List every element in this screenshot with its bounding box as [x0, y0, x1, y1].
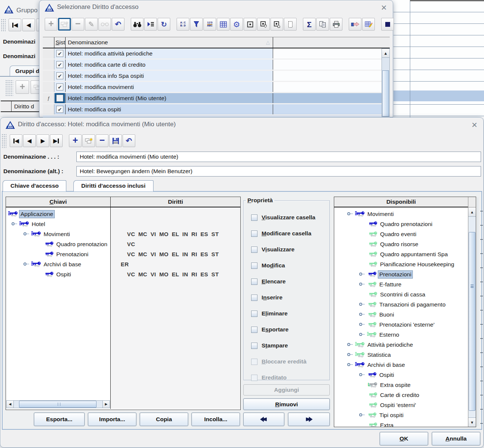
importa-button[interactable]: Importa...: [88, 413, 136, 426]
tree-item[interactable]: Scontrini di cassa: [334, 289, 468, 299]
property-checkbox-row[interactable]: Ereditato: [251, 374, 329, 381]
column-header-denominazione[interactable]: Denominazione △: [66, 37, 273, 48]
dialog-titlebar[interactable]: ASA Selezionare Diritto d'accesso ×: [39, 0, 393, 15]
denominazione-alt-input[interactable]: [76, 166, 481, 177]
scrollbar-thumb[interactable]: [19, 401, 97, 408]
expander-icon[interactable]: [359, 301, 367, 308]
expander-icon[interactable]: [359, 372, 367, 378]
checkbox[interactable]: [251, 279, 257, 285]
tree-item[interactable]: Esterno: [334, 330, 468, 340]
expander-icon[interactable]: [11, 221, 19, 228]
scrollbar-thumb[interactable]: [469, 232, 475, 411]
toolbar-button[interactable]: [131, 18, 143, 31]
toolbar-button[interactable]: ↶: [112, 18, 124, 31]
expander-icon[interactable]: [347, 362, 355, 368]
close-icon[interactable]: ×: [381, 1, 387, 14]
toolbar-button[interactable]: +: [69, 134, 82, 147]
rimuovi-button[interactable]: Rimuovi: [243, 398, 330, 410]
toolbar-button[interactable]: ▶: [37, 134, 49, 147]
tree-item[interactable]: Movimenti: [334, 209, 468, 219]
toolbar-button[interactable]: [349, 18, 361, 31]
tree-item[interactable]: Statistica: [334, 350, 468, 360]
scroll-left-icon[interactable]: ◀: [7, 401, 14, 408]
add-button[interactable]: +: [16, 80, 29, 94]
tree-item[interactable]: Quadro prenotazioni: [334, 219, 468, 229]
checkbox[interactable]: [251, 327, 257, 333]
property-checkbox-row[interactable]: Esportare: [251, 326, 329, 333]
toolbar-button[interactable]: ▶: [50, 134, 63, 147]
expander-icon[interactable]: [23, 231, 31, 238]
property-checkbox-row[interactable]: Inserire: [251, 294, 329, 301]
incolla-button[interactable]: Incolla...: [192, 413, 240, 426]
expander-icon[interactable]: [359, 321, 367, 328]
esporta-button[interactable]: Esporta...: [34, 413, 85, 426]
property-checkbox-row[interactable]: Elencare: [251, 278, 329, 285]
toolbar-button[interactable]: [284, 18, 297, 31]
tree-item[interactable]: Archivi di base: [6, 259, 110, 269]
property-checkbox-row[interactable]: Bloccare eredità: [251, 358, 329, 365]
dialog-titlebar[interactable]: ASA Diritto d'accesso: Hotel: modifica m…: [0, 118, 483, 132]
denominazione-input[interactable]: [76, 152, 481, 162]
property-checkbox-row[interactable]: Modificare casella: [251, 230, 329, 237]
toolbar-button[interactable]: [316, 18, 329, 31]
property-checkbox-row[interactable]: Stampare: [251, 342, 329, 349]
property-checkbox-row[interactable]: Visualizzare casella: [251, 214, 329, 221]
toolbar-drag-handle[interactable]: [1, 134, 6, 148]
scroll-down-icon[interactable]: ▼: [468, 417, 476, 427]
tree-item[interactable]: Ospiti: [334, 370, 468, 380]
tree-item[interactable]: Ospiti 'esterni': [334, 400, 468, 410]
toolbar-button[interactable]: A:CB:D: [177, 18, 189, 31]
column-header-chiavi[interactable]: Chiavi: [6, 197, 111, 207]
move-left-button[interactable]: [243, 413, 284, 426]
scrollbar-track[interactable]: [468, 217, 476, 417]
row-checkbox[interactable]: [56, 72, 63, 79]
checkbox[interactable]: [251, 247, 257, 253]
toolbar-drag-handle[interactable]: [1, 19, 6, 32]
tree-item[interactable]: Archivi di base: [334, 360, 468, 370]
scrollbar-thumb[interactable]: [382, 70, 389, 117]
tree-item[interactable]: Carte di credito: [334, 390, 468, 400]
checkbox[interactable]: [251, 215, 257, 221]
expander-icon[interactable]: [359, 412, 367, 419]
vertical-scrollbar[interactable]: ▲ ▼: [468, 207, 476, 427]
toolbar-drag-handle[interactable]: [5, 80, 13, 97]
tree-item[interactable]: Quadro appuntamenti Spa: [334, 249, 468, 259]
close-icon[interactable]: ×: [472, 118, 477, 131]
row-checkbox[interactable]: [56, 106, 63, 113]
nav-first-button[interactable]: ◀: [9, 19, 21, 31]
tree-item[interactable]: Extra: [334, 420, 468, 427]
tree-item[interactable]: Quadro prenotazion: [6, 239, 110, 249]
row-checkbox[interactable]: [56, 95, 63, 102]
row-checkbox[interactable]: [56, 50, 63, 57]
horizontal-scrollbar[interactable]: ◀ ▶: [6, 400, 110, 408]
row-checkbox[interactable]: [56, 83, 63, 90]
move-right-button[interactable]: [288, 413, 330, 426]
expander-icon[interactable]: [359, 311, 367, 318]
tree-item[interactable]: Ospiti: [6, 269, 110, 279]
toolbar-button[interactable]: [109, 134, 122, 147]
table-row[interactable]: ƒ Hotel: modifica info Spa ospiti: [43, 71, 390, 81]
toolbar-button[interactable]: ◀: [23, 134, 36, 147]
column-header-diritti[interactable]: Diritti: [111, 197, 240, 207]
tree-item[interactable]: E-fatture: [334, 279, 468, 289]
vertical-scrollbar[interactable]: ▲: [382, 48, 390, 117]
tree-item[interactable]: Buoni: [334, 309, 468, 320]
toolbar-button[interactable]: Σ: [303, 18, 316, 31]
aggiungi-button[interactable]: Aggiungi: [243, 384, 330, 395]
expander-icon[interactable]: [359, 281, 367, 288]
scrollbar-track[interactable]: [14, 401, 102, 408]
tree-item[interactable]: L Extra ospite: [334, 380, 468, 390]
toolbar-button[interactable]: ✎: [85, 18, 98, 31]
tree-item[interactable]: Applicazione: [6, 209, 110, 219]
nav-prev-button[interactable]: ◀: [22, 19, 35, 31]
checkbox[interactable]: [251, 311, 257, 317]
checkbox[interactable]: [251, 263, 257, 269]
property-checkbox-row[interactable]: Visualizzare: [251, 246, 329, 253]
tab-diritti-inclusi[interactable]: Diritti d'accesso inclusi: [73, 180, 154, 191]
toolbar-button[interactable]: [381, 18, 394, 31]
tab-chiave-daccesso[interactable]: Chiave d'accesso: [3, 180, 66, 191]
tree-item[interactable]: Transazioni di pagamento: [334, 299, 468, 309]
toolbar-button[interactable]: ↻: [158, 18, 170, 31]
table-row[interactable]: ƒ Hotel: modifica attività periodiche: [43, 48, 390, 58]
ok-button[interactable]: OK: [380, 432, 428, 445]
